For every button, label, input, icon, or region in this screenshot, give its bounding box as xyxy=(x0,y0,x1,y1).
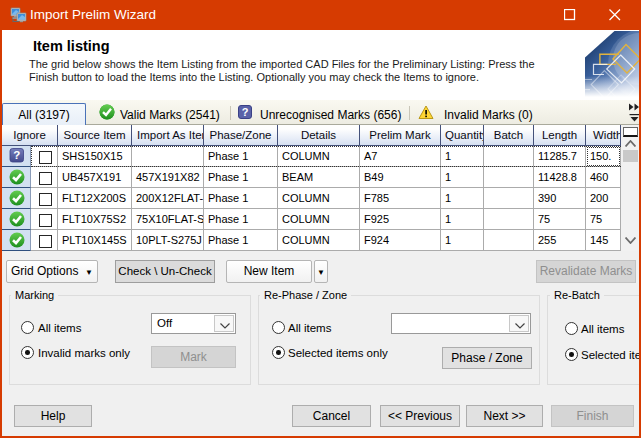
svg-text:?: ? xyxy=(242,106,249,118)
svg-text:?: ? xyxy=(13,149,20,161)
